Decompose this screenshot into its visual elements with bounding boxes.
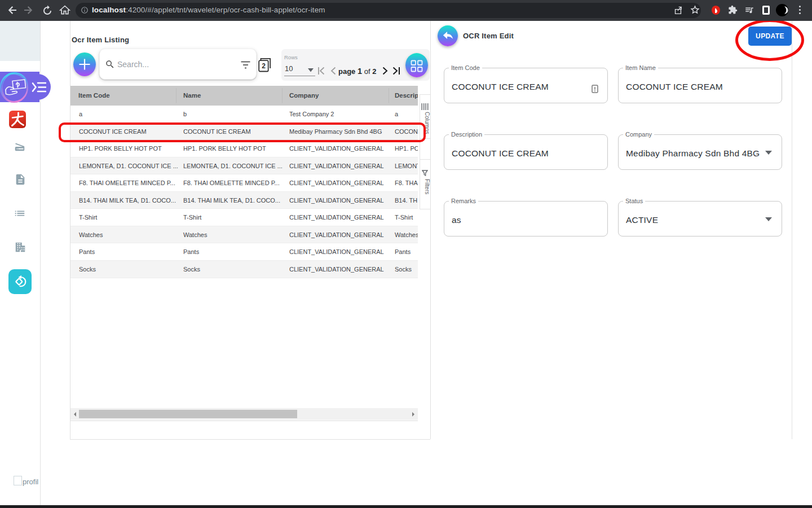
svg-text:2: 2 [262,62,266,70]
